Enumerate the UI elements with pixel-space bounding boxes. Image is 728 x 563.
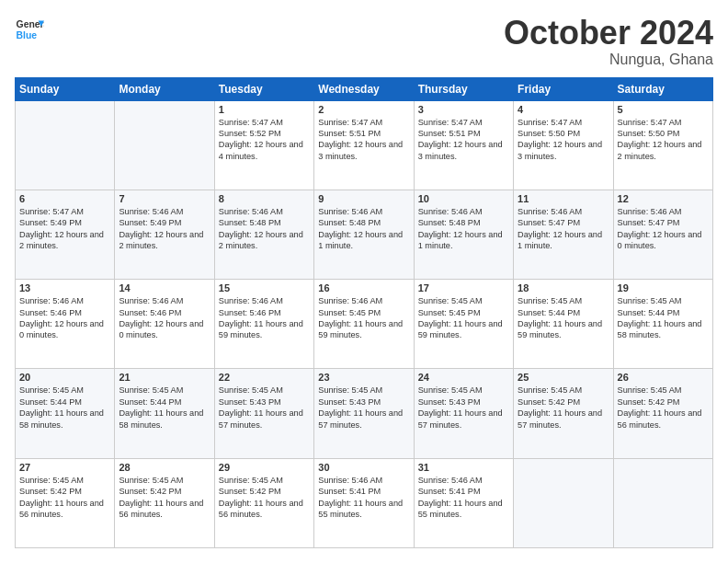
day-details: Sunrise: 5:46 AM Sunset: 5:41 PM Dayligh… [418,475,509,521]
day-details: Sunrise: 5:45 AM Sunset: 5:42 PM Dayligh… [19,475,110,521]
day-number: 26 [618,372,709,383]
table-row: 30Sunrise: 5:46 AM Sunset: 5:41 PM Dayli… [314,458,414,547]
day-number: 6 [19,193,110,204]
table-row [115,100,214,190]
table-row: 21Sunrise: 5:45 AM Sunset: 5:44 PM Dayli… [115,369,214,458]
day-number: 9 [318,193,409,204]
day-details: Sunrise: 5:45 AM Sunset: 5:44 PM Dayligh… [618,295,709,341]
day-number: 23 [318,372,409,383]
month-title: October 2024 [504,15,713,52]
day-details: Sunrise: 5:47 AM Sunset: 5:51 PM Dayligh… [318,117,409,163]
calendar-header-row: Sunday Monday Tuesday Wednesday Thursday… [16,77,713,100]
table-row [16,100,115,190]
day-number: 27 [19,462,110,473]
table-row: 19Sunrise: 5:45 AM Sunset: 5:44 PM Dayli… [613,280,712,369]
table-row: 23Sunrise: 5:45 AM Sunset: 5:43 PM Dayli… [314,369,414,458]
day-number: 4 [518,104,609,115]
table-row: 1Sunrise: 5:47 AM Sunset: 5:52 PM Daylig… [214,100,313,190]
calendar-week-row: 20Sunrise: 5:45 AM Sunset: 5:44 PM Dayli… [16,369,713,458]
day-details: Sunrise: 5:46 AM Sunset: 5:41 PM Dayligh… [318,475,409,521]
day-details: Sunrise: 5:45 AM Sunset: 5:42 PM Dayligh… [618,385,709,431]
day-details: Sunrise: 5:46 AM Sunset: 5:47 PM Dayligh… [618,206,709,252]
day-number: 16 [318,282,409,293]
calendar-week-row: 1Sunrise: 5:47 AM Sunset: 5:52 PM Daylig… [16,100,713,190]
day-details: Sunrise: 5:46 AM Sunset: 5:48 PM Dayligh… [318,206,409,252]
day-details: Sunrise: 5:47 AM Sunset: 5:50 PM Dayligh… [518,117,609,163]
calendar-table: Sunday Monday Tuesday Wednesday Thursday… [15,77,713,548]
day-details: Sunrise: 5:46 AM Sunset: 5:46 PM Dayligh… [219,295,310,341]
day-number: 31 [418,462,509,473]
day-details: Sunrise: 5:46 AM Sunset: 5:45 PM Dayligh… [318,295,409,341]
table-row: 17Sunrise: 5:45 AM Sunset: 5:45 PM Dayli… [414,280,513,369]
day-number: 2 [318,104,409,115]
table-row: 14Sunrise: 5:46 AM Sunset: 5:46 PM Dayli… [115,280,214,369]
col-saturday: Saturday [613,77,712,100]
col-monday: Monday [115,77,214,100]
calendar-week-row: 13Sunrise: 5:46 AM Sunset: 5:46 PM Dayli… [16,280,713,369]
day-number: 29 [219,462,310,473]
col-tuesday: Tuesday [214,77,313,100]
day-details: Sunrise: 5:47 AM Sunset: 5:50 PM Dayligh… [618,117,709,163]
day-number: 14 [119,282,210,293]
day-number: 30 [318,462,409,473]
table-row: 28Sunrise: 5:45 AM Sunset: 5:42 PM Dayli… [115,458,214,547]
day-details: Sunrise: 5:45 AM Sunset: 5:44 PM Dayligh… [119,385,210,431]
day-details: Sunrise: 5:46 AM Sunset: 5:46 PM Dayligh… [19,295,110,341]
table-row: 31Sunrise: 5:46 AM Sunset: 5:41 PM Dayli… [414,458,513,547]
day-details: Sunrise: 5:46 AM Sunset: 5:48 PM Dayligh… [418,206,509,252]
table-row [613,458,712,547]
table-row: 16Sunrise: 5:46 AM Sunset: 5:45 PM Dayli… [314,280,414,369]
col-wednesday: Wednesday [314,77,414,100]
day-number: 13 [19,282,110,293]
day-number: 5 [618,104,709,115]
day-details: Sunrise: 5:46 AM Sunset: 5:46 PM Dayligh… [119,295,210,341]
day-number: 10 [418,193,509,204]
day-details: Sunrise: 5:45 AM Sunset: 5:44 PM Dayligh… [19,385,110,431]
table-row: 27Sunrise: 5:45 AM Sunset: 5:42 PM Dayli… [16,458,115,547]
day-details: Sunrise: 5:45 AM Sunset: 5:45 PM Dayligh… [418,295,509,341]
day-number: 11 [518,193,609,204]
table-row: 26Sunrise: 5:45 AM Sunset: 5:42 PM Dayli… [613,369,712,458]
day-number: 3 [418,104,509,115]
day-details: Sunrise: 5:47 AM Sunset: 5:51 PM Dayligh… [418,117,509,163]
table-row: 4Sunrise: 5:47 AM Sunset: 5:50 PM Daylig… [514,100,613,190]
table-row: 25Sunrise: 5:45 AM Sunset: 5:42 PM Dayli… [514,369,613,458]
day-number: 7 [119,193,210,204]
calendar-week-row: 27Sunrise: 5:45 AM Sunset: 5:42 PM Dayli… [16,458,713,547]
table-row: 22Sunrise: 5:45 AM Sunset: 5:43 PM Dayli… [214,369,313,458]
table-row: 6Sunrise: 5:47 AM Sunset: 5:49 PM Daylig… [16,190,115,279]
table-row: 15Sunrise: 5:46 AM Sunset: 5:46 PM Dayli… [214,280,313,369]
day-details: Sunrise: 5:45 AM Sunset: 5:43 PM Dayligh… [418,385,509,431]
day-details: Sunrise: 5:45 AM Sunset: 5:42 PM Dayligh… [518,385,609,431]
calendar-week-row: 6Sunrise: 5:47 AM Sunset: 5:49 PM Daylig… [16,190,713,279]
day-number: 1 [219,104,310,115]
table-row: 12Sunrise: 5:46 AM Sunset: 5:47 PM Dayli… [613,190,712,279]
day-number: 28 [119,462,210,473]
day-number: 24 [418,372,509,383]
page: General Blue October 2024 Nungua, Ghana … [0,0,728,563]
day-number: 17 [418,282,509,293]
col-sunday: Sunday [16,77,115,100]
table-row: 10Sunrise: 5:46 AM Sunset: 5:48 PM Dayli… [414,190,513,279]
table-row: 7Sunrise: 5:46 AM Sunset: 5:49 PM Daylig… [115,190,214,279]
header: General Blue October 2024 Nungua, Ghana [15,15,713,68]
day-number: 18 [518,282,609,293]
day-details: Sunrise: 5:45 AM Sunset: 5:42 PM Dayligh… [219,475,310,521]
table-row: 24Sunrise: 5:45 AM Sunset: 5:43 PM Dayli… [414,369,513,458]
day-details: Sunrise: 5:45 AM Sunset: 5:43 PM Dayligh… [219,385,310,431]
table-row: 20Sunrise: 5:45 AM Sunset: 5:44 PM Dayli… [16,369,115,458]
logo: General Blue [15,15,44,44]
day-details: Sunrise: 5:46 AM Sunset: 5:49 PM Dayligh… [119,206,210,252]
day-details: Sunrise: 5:45 AM Sunset: 5:43 PM Dayligh… [318,385,409,431]
day-number: 12 [618,193,709,204]
location: Nungua, Ghana [504,52,713,68]
col-friday: Friday [514,77,613,100]
title-block: October 2024 Nungua, Ghana [504,15,713,68]
table-row: 29Sunrise: 5:45 AM Sunset: 5:42 PM Dayli… [214,458,313,547]
table-row: 5Sunrise: 5:47 AM Sunset: 5:50 PM Daylig… [613,100,712,190]
day-details: Sunrise: 5:47 AM Sunset: 5:52 PM Dayligh… [219,117,310,163]
day-details: Sunrise: 5:45 AM Sunset: 5:42 PM Dayligh… [119,475,210,521]
table-row: 13Sunrise: 5:46 AM Sunset: 5:46 PM Dayli… [16,280,115,369]
svg-text:Blue: Blue [17,30,38,40]
logo-icon: General Blue [15,15,44,44]
